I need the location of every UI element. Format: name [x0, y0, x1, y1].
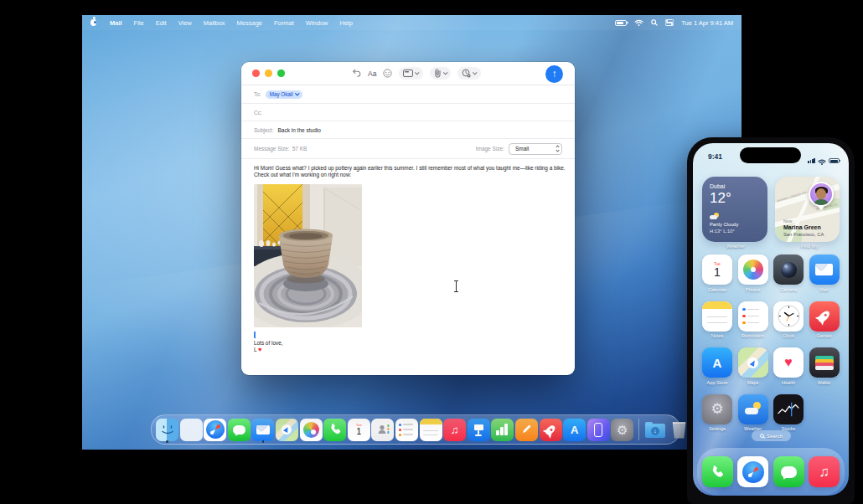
message-body[interactable]: Hi Mom! Guess what? I picked up pottery …: [241, 159, 575, 359]
app-notes[interactable]: Notes: [700, 301, 735, 339]
dock-appstore-icon[interactable]: A: [563, 419, 586, 441]
app-calendar[interactable]: Tue1 Calendar: [700, 255, 735, 292]
find-my-widget-label: Find My: [731, 244, 849, 249]
send-later-button[interactable]: [457, 67, 481, 80]
battery-icon[interactable]: [615, 20, 627, 26]
dock-safari-icon[interactable]: [737, 456, 768, 487]
dock-pages-icon[interactable]: [515, 419, 538, 441]
menu-format[interactable]: Format: [274, 19, 294, 27]
app-maps[interactable]: Maps: [736, 347, 771, 385]
spotlight-search-icon[interactable]: [651, 19, 658, 26]
app-mail[interactable]: Mail: [807, 255, 842, 292]
send-button[interactable]: ↑: [545, 65, 563, 83]
app-settings[interactable]: ⚙ Settings: [700, 394, 735, 432]
menu-edit[interactable]: Edit: [156, 19, 167, 27]
wifi-icon[interactable]: [634, 19, 643, 26]
dock-messages-icon[interactable]: [228, 419, 251, 441]
window-titlebar[interactable]: Aa ↑: [241, 62, 575, 85]
menu-app-name[interactable]: Mail: [110, 19, 122, 27]
dock-safari-icon[interactable]: [204, 419, 226, 441]
dock-keynote-icon[interactable]: [468, 419, 490, 441]
gear-glyph: ⚙: [617, 424, 628, 436]
dock-iphone-mirroring-icon[interactable]: [587, 419, 610, 441]
ibeam-mouse-cursor: [453, 280, 459, 292]
recipient-token[interactable]: May Okail: [266, 90, 303, 99]
wifi-icon: [818, 153, 826, 168]
app-label: Clock: [783, 333, 794, 338]
dock-games-icon[interactable]: [540, 419, 562, 441]
dock-downloads-icon[interactable]: ↓: [643, 419, 666, 441]
subject-value: Back in the studio: [278, 127, 321, 133]
dock-mail-icon[interactable]: [251, 419, 274, 441]
format-text-button[interactable]: Aa: [368, 69, 376, 78]
menubar-clock[interactable]: Tue 1 Apr 9:41 AM: [681, 19, 733, 27]
dock-photos-icon[interactable]: [300, 419, 323, 441]
cc-field[interactable]: Cc:: [241, 104, 575, 121]
attach-file-button[interactable]: [430, 67, 452, 80]
emoji-picker-icon[interactable]: [383, 69, 392, 79]
undo-icon[interactable]: [352, 69, 361, 78]
menu-help[interactable]: Help: [339, 19, 352, 27]
weather-widget[interactable]: Dubai 12° Partly Cloudy H:13° L:10°: [702, 177, 767, 242]
apple-menu-icon[interactable]: [90, 19, 96, 27]
search-icon: [760, 434, 764, 438]
gear-glyph: ⚙: [711, 402, 723, 416]
heart-emoji: ♥: [258, 346, 261, 353]
dock-settings-icon[interactable]: ⚙: [611, 419, 633, 441]
app-label: Games: [816, 333, 831, 338]
music-note-glyph: ♫: [819, 464, 830, 481]
app-store-a-glyph: A: [713, 356, 722, 370]
weather-high-low: H:13° L:10°: [710, 229, 760, 234]
dock-contacts-icon[interactable]: [371, 419, 394, 441]
app-label: Photos: [746, 287, 760, 292]
dock-reminders-icon[interactable]: [395, 419, 418, 441]
close-window-button[interactable]: [252, 69, 260, 77]
app-health[interactable]: ♥ Health: [771, 347, 806, 385]
menu-window[interactable]: Window: [306, 19, 328, 27]
message-size-label: Message Size:: [254, 146, 290, 152]
partly-cloudy-icon: [710, 213, 720, 220]
app-stocks[interactable]: Stocks: [771, 394, 806, 432]
photo-browser-button[interactable]: [399, 67, 423, 80]
control-center-icon[interactable]: [665, 19, 674, 26]
zoom-window-button[interactable]: [277, 69, 285, 77]
find-my-widget[interactable]: MARINA GREEN DR MARINA BLVD Now Marina G…: [775, 177, 840, 242]
dock-music-icon[interactable]: ♫: [443, 419, 466, 441]
app-photos[interactable]: Photos: [736, 255, 771, 292]
menu-file[interactable]: File: [134, 19, 144, 27]
minimize-window-button[interactable]: [265, 69, 272, 77]
app-reminders[interactable]: Reminders: [736, 301, 771, 339]
app-games[interactable]: Games: [807, 301, 842, 339]
app-weather[interactable]: Weather: [736, 394, 771, 432]
dock-notes-icon[interactable]: [420, 419, 442, 441]
app-label: App Store: [707, 380, 728, 385]
dock-launchpad-icon[interactable]: [180, 419, 203, 441]
battery-icon: [829, 158, 840, 164]
app-wallet[interactable]: Wallet: [807, 347, 842, 385]
menu-mailbox[interactable]: Mailbox: [204, 19, 225, 27]
menu-message[interactable]: Message: [237, 19, 262, 27]
dock-finder-icon[interactable]: [156, 419, 178, 441]
iphone-dock: ♫: [697, 448, 845, 496]
to-field[interactable]: To: May Okail: [241, 85, 575, 104]
home-search-pill[interactable]: Search: [752, 430, 791, 441]
app-camera[interactable]: Camera: [771, 255, 806, 292]
app-label: Calendar: [708, 287, 727, 292]
dock-messages-icon[interactable]: [773, 456, 804, 487]
app-appstore[interactable]: A App Store: [700, 347, 735, 385]
dock-phone-icon[interactable]: [323, 419, 346, 441]
dock-music-icon[interactable]: ♫: [809, 456, 840, 487]
subject-field[interactable]: Subject: Back in the studio: [241, 121, 575, 139]
app-clock[interactable]: Clock: [771, 301, 806, 339]
image-size-select[interactable]: Small: [509, 143, 562, 155]
health-heart-glyph: ♥: [784, 356, 793, 369]
pottery-photo-attachment[interactable]: [254, 184, 362, 327]
screenshot-stage: Mail File Edit View Mailbox Message Form…: [0, 0, 863, 504]
menu-view[interactable]: View: [178, 19, 192, 27]
dock-maps-icon[interactable]: [276, 419, 298, 441]
cc-label: Cc:: [254, 110, 262, 116]
dock-numbers-icon[interactable]: [491, 419, 514, 441]
dock-phone-icon[interactable]: [702, 456, 733, 487]
message-size-value: 57 KB: [292, 146, 307, 152]
dock-calendar-icon[interactable]: Tue 1: [348, 419, 370, 441]
